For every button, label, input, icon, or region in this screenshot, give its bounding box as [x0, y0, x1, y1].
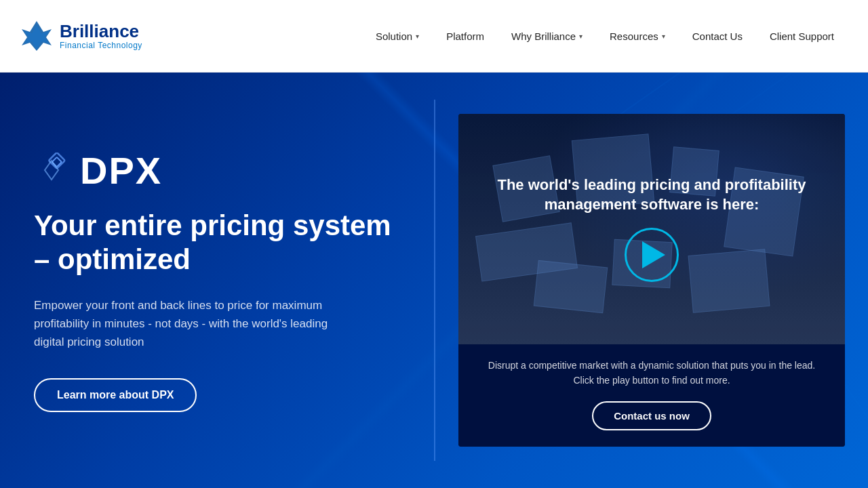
nav-platform[interactable]: Platform — [433, 0, 498, 73]
nav-client-support-label: Client Support — [770, 30, 834, 42]
hero-section: DPX Your entire pricing system – optimiz… — [0, 73, 868, 488]
hero-description: Empower your front and back lines to pri… — [34, 296, 359, 352]
nav-solution-chevron: ▾ — [416, 33, 419, 40]
hero-left-panel: DPX Your entire pricing system – optimiz… — [0, 73, 434, 488]
nav-resources[interactable]: Resources ▾ — [596, 0, 679, 73]
dpx-logo-area: DPX — [34, 148, 400, 192]
site-header: Brilliance Financial Technology Solution… — [0, 0, 868, 73]
logo-icon — [20, 20, 53, 52]
nav-why-brilliance[interactable]: Why Brilliance ▾ — [498, 0, 596, 73]
video-thumbnail: The world's leading pricing and profitab… — [458, 114, 845, 344]
nav-resources-chevron: ▾ — [662, 33, 665, 40]
contact-us-now-button[interactable]: Contact us now — [592, 401, 711, 430]
play-button[interactable] — [625, 228, 679, 282]
video-desc-line2: Click the play button to find out more. — [573, 375, 730, 386]
hero-headline: Your entire pricing system – optimized — [34, 209, 400, 277]
logo-subtitle: Financial Technology — [60, 41, 142, 50]
dpx-icon — [34, 152, 69, 188]
nav-platform-label: Platform — [446, 30, 484, 42]
nav-solution[interactable]: Solution ▾ — [362, 0, 433, 73]
nav-why-chevron: ▾ — [579, 33, 583, 40]
hero-right-panel: The world's leading pricing and profitab… — [435, 73, 868, 488]
learn-more-button[interactable]: Learn more about DPX — [34, 378, 197, 412]
nav-solution-label: Solution — [376, 30, 412, 42]
video-heading: The world's leading pricing and profitab… — [458, 176, 845, 214]
main-nav: Solution ▾ Platform Why Brilliance ▾ Res… — [362, 0, 848, 73]
video-description: Disrupt a competitive market with a dyna… — [479, 358, 825, 388]
nav-client-support[interactable]: Client Support — [756, 0, 848, 73]
dpx-title: DPX — [80, 148, 162, 192]
logo-brand: Brilliance — [60, 22, 142, 41]
play-icon — [642, 241, 665, 268]
nav-contact-us[interactable]: Contact Us — [679, 0, 756, 73]
nav-contact-label: Contact Us — [692, 30, 743, 42]
video-info-panel: Disrupt a competitive market with a dyna… — [458, 344, 845, 447]
logo-link[interactable]: Brilliance Financial Technology — [20, 20, 197, 52]
nav-why-brilliance-label: Why Brilliance — [511, 30, 576, 42]
logo-text: Brilliance Financial Technology — [60, 22, 142, 51]
video-card: The world's leading pricing and profitab… — [458, 114, 845, 447]
video-desc-line1: Disrupt a competitive market with a dyna… — [488, 360, 815, 371]
nav-resources-label: Resources — [610, 30, 658, 42]
